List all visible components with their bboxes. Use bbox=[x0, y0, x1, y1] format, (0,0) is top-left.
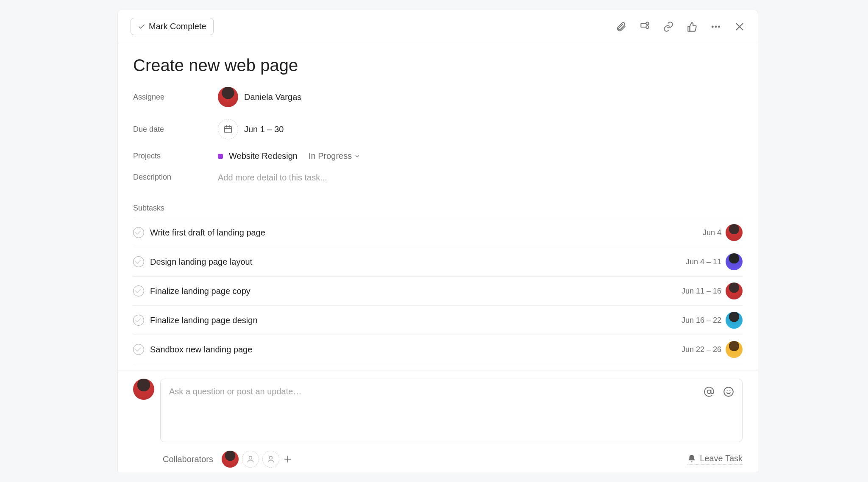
subtask-name: Sandbox new landing page bbox=[150, 345, 252, 355]
mark-complete-button[interactable]: Mark Complete bbox=[131, 18, 214, 35]
assignee-label: Assignee bbox=[133, 93, 218, 102]
subtask-assignee-avatar[interactable] bbox=[726, 224, 743, 241]
subtask-check-icon[interactable] bbox=[133, 227, 144, 238]
subtasks-list: Write first draft of landing pageJun 4De… bbox=[133, 218, 743, 364]
collaborators-row: Collaborators Leave Task bbox=[133, 442, 743, 468]
collaborator-avatars bbox=[222, 451, 293, 468]
project-name[interactable]: Website Redesign bbox=[229, 151, 298, 161]
project-status-dropdown[interactable]: In Progress bbox=[309, 151, 360, 161]
subtask-date: Jun 4 – 11 bbox=[686, 258, 721, 266]
collaborators-left: Collaborators bbox=[163, 451, 293, 468]
composer-row: Ask a question or post an update… bbox=[133, 379, 743, 442]
subtask-row[interactable]: Write first draft of landing pageJun 4 bbox=[133, 218, 743, 247]
subtask-assignee-avatar[interactable] bbox=[726, 253, 743, 270]
subtask-date: Jun 11 – 16 bbox=[682, 287, 721, 296]
chevron-down-icon bbox=[354, 153, 360, 159]
svg-point-0 bbox=[646, 22, 649, 25]
projects-value: Website Redesign In Progress bbox=[218, 151, 360, 161]
svg-point-1 bbox=[646, 25, 649, 28]
emoji-icon[interactable] bbox=[723, 386, 734, 398]
due-date-label: Due date bbox=[133, 125, 218, 134]
link-icon[interactable] bbox=[663, 21, 674, 32]
more-icon[interactable] bbox=[710, 21, 721, 32]
at-mention-icon[interactable] bbox=[703, 386, 715, 398]
check-icon bbox=[138, 23, 145, 30]
bell-icon bbox=[687, 454, 696, 463]
mark-complete-label: Mark Complete bbox=[149, 22, 206, 31]
subtask-row[interactable]: Finalize landing page copyJun 11 – 16 bbox=[133, 276, 743, 305]
project-status-label: In Progress bbox=[309, 151, 352, 161]
thumbs-up-icon[interactable] bbox=[687, 21, 698, 32]
subtask-row[interactable]: Design landing page layoutJun 4 – 11 bbox=[133, 247, 743, 276]
project-color-dot bbox=[218, 154, 223, 159]
task-detail-panel: Mark Complete Create new web page Assign… bbox=[118, 10, 758, 472]
task-header-actions bbox=[615, 21, 745, 32]
subtask-check-icon[interactable] bbox=[133, 256, 144, 267]
svg-rect-7 bbox=[225, 127, 232, 133]
subtask-check-icon[interactable] bbox=[133, 344, 144, 355]
subtask-row[interactable]: Sandbox new landing pageJun 22 – 26 bbox=[133, 335, 743, 364]
task-body: Create new web page Assignee Daniela Var… bbox=[118, 43, 758, 371]
subtask-name: Finalize landing page design bbox=[150, 316, 258, 325]
composer-placeholder: Ask a question or post an update… bbox=[169, 387, 301, 396]
projects-row: Projects Website Redesign In Progress bbox=[133, 151, 743, 161]
description-input[interactable]: Add more detail to this task... bbox=[218, 173, 327, 183]
due-date-text: Jun 1 – 30 bbox=[244, 125, 284, 134]
leave-task-label: Leave Task bbox=[700, 454, 743, 463]
subtask-date: Jun 4 bbox=[703, 228, 721, 237]
subtask-name: Write first draft of landing page bbox=[150, 228, 265, 238]
task-title[interactable]: Create new web page bbox=[133, 56, 743, 75]
description-row: Description Add more detail to this task… bbox=[133, 173, 743, 183]
comment-composer[interactable]: Ask a question or post an update… bbox=[160, 379, 743, 442]
subtask-date: Jun 16 – 22 bbox=[682, 316, 721, 325]
subtask-row[interactable]: Finalize landing page designJun 16 – 22 bbox=[133, 305, 743, 335]
svg-point-2 bbox=[712, 26, 713, 27]
subtask-check-icon[interactable] bbox=[133, 315, 144, 326]
subtask-name: Finalize landing page copy bbox=[150, 286, 250, 296]
empty-collaborator-slot[interactable] bbox=[262, 451, 279, 468]
current-user-avatar bbox=[133, 379, 154, 400]
attachment-icon[interactable] bbox=[615, 21, 626, 32]
subtask-date: Jun 22 – 26 bbox=[682, 345, 721, 354]
assignee-name: Daniela Vargas bbox=[244, 92, 301, 102]
assignee-row: Assignee Daniela Vargas bbox=[133, 87, 743, 107]
svg-point-12 bbox=[724, 387, 733, 396]
subtask-name: Design landing page layout bbox=[150, 257, 252, 267]
svg-point-4 bbox=[719, 26, 720, 27]
subtasks-heading: Subtasks bbox=[133, 204, 743, 213]
due-date-value[interactable]: Jun 1 – 30 bbox=[218, 119, 284, 139]
svg-point-16 bbox=[270, 456, 273, 459]
subtask-icon[interactable] bbox=[639, 21, 650, 32]
add-collaborator-icon[interactable] bbox=[283, 454, 293, 464]
svg-point-3 bbox=[715, 26, 716, 27]
collaborators-label: Collaborators bbox=[163, 454, 213, 464]
due-date-row: Due date Jun 1 – 30 bbox=[133, 119, 743, 139]
leave-task-button[interactable]: Leave Task bbox=[687, 454, 743, 465]
description-label: Description bbox=[133, 173, 218, 183]
task-footer: Ask a question or post an update… Collab… bbox=[118, 371, 758, 472]
assignee-value[interactable]: Daniela Vargas bbox=[218, 87, 301, 107]
subtask-assignee-avatar[interactable] bbox=[726, 312, 743, 329]
subtask-assignee-avatar[interactable] bbox=[726, 341, 743, 358]
assignee-avatar bbox=[218, 87, 238, 107]
subtask-assignee-avatar[interactable] bbox=[726, 283, 743, 299]
subtask-check-icon[interactable] bbox=[133, 285, 144, 296]
composer-icons bbox=[703, 386, 734, 398]
task-header-bar: Mark Complete bbox=[118, 10, 758, 43]
calendar-icon bbox=[218, 119, 238, 139]
collaborator-avatar[interactable] bbox=[222, 451, 239, 468]
svg-point-15 bbox=[249, 456, 252, 459]
close-icon[interactable] bbox=[734, 21, 745, 32]
projects-label: Projects bbox=[133, 152, 218, 161]
svg-point-11 bbox=[707, 390, 711, 394]
empty-collaborator-slot[interactable] bbox=[242, 451, 259, 468]
